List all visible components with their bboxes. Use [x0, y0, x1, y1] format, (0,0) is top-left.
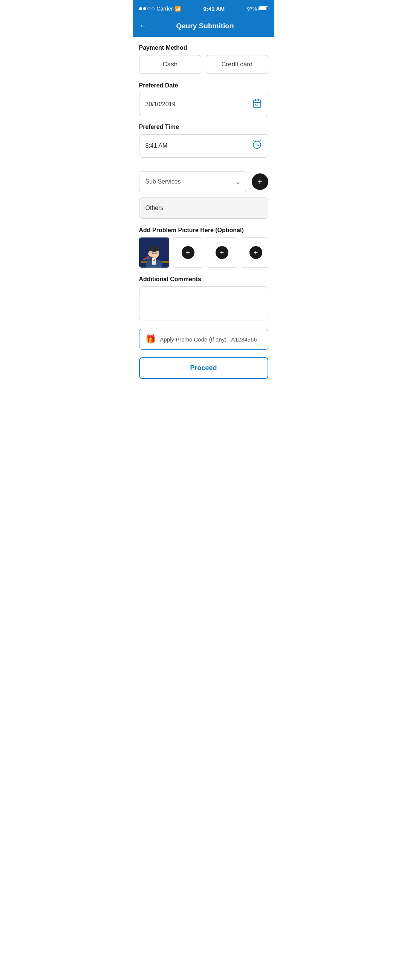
svg-line-14 [155, 253, 156, 254]
preferred-date-field[interactable]: 30/10/2019 30 [139, 93, 268, 116]
status-left: Carrier 📶 [139, 6, 181, 12]
status-right: 97% [247, 6, 268, 12]
signal-dot-3 [147, 7, 150, 10]
preferred-time-field[interactable]: 8:41 AM [139, 134, 268, 158]
chevron-down-icon: ⌄ [235, 178, 241, 186]
promo-placeholder: Apply Promo Code (If any) [160, 336, 227, 343]
battery-icon [259, 6, 268, 11]
signal-dots [139, 7, 154, 10]
carrier-label: Carrier [157, 6, 173, 12]
add-picture-icon-4: + [250, 246, 262, 259]
proceed-button[interactable]: Proceed [139, 357, 268, 379]
wifi-icon: 📶 [175, 6, 181, 12]
payment-method-row: Cash Credit card [139, 55, 268, 74]
promo-code-box[interactable]: 🎁 Apply Promo Code (If any) A1234566 [139, 329, 268, 350]
preferred-date-label: Prefered Date [139, 82, 268, 89]
picture-slot-1[interactable] [139, 237, 169, 267]
additional-comments-label: Additional Comments [139, 276, 268, 283]
person-image [139, 237, 169, 267]
add-picture-icon-3: + [216, 246, 228, 259]
sub-services-row: Sub Services ⌄ + [139, 171, 268, 192]
preferred-time-value: 8:41 AM [145, 143, 168, 149]
svg-point-12 [149, 246, 159, 252]
svg-line-13 [152, 253, 153, 254]
payment-method-label: Payment Method [139, 45, 268, 51]
signal-dot-1 [139, 7, 142, 10]
battery-percent: 97% [247, 6, 257, 12]
cash-button[interactable]: Cash [139, 55, 202, 74]
add-picture-label: Add Problem Picture Here (Optional) [139, 227, 268, 234]
additional-comments-input[interactable] [139, 286, 268, 320]
credit-card-button[interactable]: Credit card [206, 55, 268, 74]
picture-slot-4[interactable]: + [241, 237, 268, 267]
gift-icon: 🎁 [145, 334, 156, 344]
picture-slot-2[interactable]: + [173, 237, 203, 267]
header: ← Qeury Submition [133, 17, 274, 37]
sub-services-dropdown[interactable]: Sub Services ⌄ [139, 171, 247, 192]
spacer [139, 165, 268, 171]
add-icon: + [257, 177, 262, 187]
preferred-time-label: Prefered Time [139, 124, 268, 130]
page-title: Qeury Submition [153, 22, 257, 30]
others-field[interactable]: Others [139, 197, 268, 219]
battery-fill [259, 7, 266, 10]
signal-dot-2 [143, 7, 146, 10]
sub-services-label: Sub Services [145, 178, 181, 185]
preferred-date-value: 30/10/2019 [145, 101, 176, 108]
status-time: 9:41 AM [203, 6, 224, 12]
svg-text:30: 30 [255, 104, 258, 107]
calendar-icon: 30 [252, 99, 262, 110]
picture-slot-3[interactable]: + [207, 237, 237, 267]
clock-icon [252, 140, 262, 152]
add-sub-service-button[interactable]: + [252, 173, 268, 190]
promo-code-value: A1234566 [231, 336, 257, 343]
pictures-row: + + + [139, 237, 268, 267]
signal-dot-4 [151, 7, 154, 10]
back-button[interactable]: ← [139, 21, 147, 31]
status-bar: Carrier 📶 9:41 AM 97% [133, 0, 274, 17]
content: Payment Method Cash Credit card Prefered… [133, 37, 274, 398]
add-picture-icon-2: + [182, 246, 194, 259]
